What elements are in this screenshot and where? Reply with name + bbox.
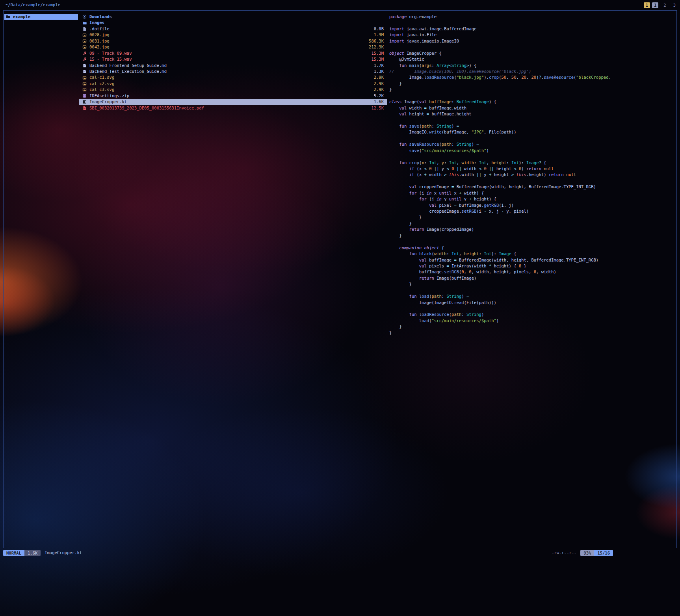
code-line: object ImageCropper { bbox=[389, 50, 676, 56]
code-line bbox=[389, 154, 676, 160]
kotlin-icon bbox=[82, 100, 87, 104]
code-line bbox=[389, 306, 676, 312]
file-row[interactable]: .dotfile0.0B bbox=[79, 26, 387, 32]
code-line: import java.io.File bbox=[389, 32, 676, 38]
code-line: buffImage.setRGB(0, 0, width, height, pi… bbox=[389, 269, 676, 275]
code-line bbox=[389, 117, 676, 123]
terminal-screen: ~/Data/example/example 1 123 example Dow… bbox=[0, 0, 680, 616]
code-line: return Image(buffImage) bbox=[389, 275, 676, 281]
header-bar: ~/Data/example/example 1 123 bbox=[3, 0, 678, 10]
status-bar: NORMAL 1.6K ImageCropper.kt -rw-r--r-- 9… bbox=[3, 550, 677, 556]
code-line: fun saveResource(path: String) = bbox=[389, 141, 676, 147]
code-line: @JvmStatic bbox=[389, 56, 676, 62]
file-row[interactable]: 0042.jpg212.9K bbox=[79, 44, 387, 50]
image-icon bbox=[82, 45, 87, 49]
code-line: } bbox=[389, 221, 676, 226]
code-line: } bbox=[389, 81, 676, 87]
code-line: fun main(args: Array<String>) { bbox=[389, 63, 676, 69]
code-line: val pixel = buffImage.getRGB(i, j) bbox=[389, 202, 676, 208]
code-line bbox=[389, 20, 676, 26]
parent-pane[interactable]: example bbox=[4, 11, 79, 548]
manager-panes: example Downloads Images .dotfile0.0B 00… bbox=[3, 10, 677, 548]
archive-icon bbox=[82, 94, 87, 98]
code-line: fun loadResource(path: String) = bbox=[389, 312, 676, 317]
file-row[interactable]: Images bbox=[79, 20, 387, 26]
image-icon bbox=[82, 33, 87, 37]
tab[interactable]: 1 bbox=[652, 2, 658, 8]
code-line: for (i in x until x + width) { bbox=[389, 190, 676, 196]
tab-list: 123 bbox=[652, 2, 678, 8]
file-row[interactable]: Downloads bbox=[79, 14, 387, 20]
file-row[interactable]: 0028.jpg1.3M bbox=[79, 32, 387, 38]
status-right-group: -rw-r--r-- 93% 15/16 bbox=[552, 550, 613, 556]
file-row[interactable]: Backend_Test_Execution_Guide.md1.3K bbox=[79, 69, 387, 74]
code-line: val pixels = IntArray(width * height) { … bbox=[389, 263, 676, 269]
code-line: val croppedImage = BufferedImage(width, … bbox=[389, 184, 676, 190]
code-line: load("src/main/resources/$path") bbox=[389, 318, 676, 324]
cursor-position-badge: 15/16 bbox=[594, 550, 613, 556]
mode-badge: NORMAL bbox=[3, 550, 24, 556]
code-line: fun load(path: String) = bbox=[389, 293, 676, 299]
file-row[interactable]: ImageCropper.kt1.6K bbox=[79, 99, 387, 105]
image-icon bbox=[82, 76, 87, 80]
file-list-pane[interactable]: Downloads Images .dotfile0.0B 0028.jpg1.… bbox=[79, 11, 387, 548]
code-line: } bbox=[389, 87, 676, 93]
image-icon bbox=[82, 87, 87, 92]
breadcrumb: ~/Data/example/example bbox=[3, 2, 60, 8]
markdown-icon bbox=[82, 63, 87, 68]
file-row[interactable]: IDEAsettings.zip5.2K bbox=[79, 93, 387, 99]
task-count-badge: 1 bbox=[644, 2, 650, 8]
tab[interactable]: 3 bbox=[671, 2, 678, 8]
file-row[interactable]: 09 - Track 09.wav15.3M bbox=[79, 50, 387, 56]
pdf-icon bbox=[82, 106, 87, 110]
code-line: val width = buffImage.width bbox=[389, 105, 676, 111]
image-icon bbox=[82, 39, 87, 43]
audio-icon bbox=[82, 51, 87, 56]
code-line bbox=[389, 93, 676, 99]
file-icon bbox=[82, 27, 87, 31]
code-line: companion object { bbox=[389, 245, 676, 251]
file-row[interactable]: 0031.jpg586.3K bbox=[79, 38, 387, 44]
file-size-badge: 1.6K bbox=[24, 550, 41, 556]
code-line bbox=[389, 239, 676, 245]
tab-bar: 1 123 bbox=[644, 2, 678, 8]
file-row[interactable]: 15 - Track 15.wav15.3M bbox=[79, 56, 387, 62]
code-line: } bbox=[389, 281, 676, 287]
code-line: for (j in y until y + height) { bbox=[389, 196, 676, 202]
code-line bbox=[389, 44, 676, 50]
file-row[interactable]: cal-c2.svg2.9K bbox=[79, 81, 387, 87]
code-line bbox=[389, 288, 676, 293]
code-line: import javax.imageio.ImageIO bbox=[389, 38, 676, 44]
folder-icon bbox=[6, 15, 10, 19]
markdown-icon bbox=[82, 69, 87, 74]
permissions-text: -rw-r--r-- bbox=[552, 550, 576, 556]
code-line: } bbox=[389, 233, 676, 239]
code-line bbox=[389, 178, 676, 184]
code-line: fun crop(x: Int, y: Int, width: Int, hei… bbox=[389, 160, 676, 166]
folder-icon bbox=[82, 21, 87, 25]
code-line: Image(ImageIO.read(File(path))) bbox=[389, 300, 676, 306]
status-filename: ImageCropper.kt bbox=[45, 550, 82, 556]
code-line: import java.awt.image.BufferedImage bbox=[389, 26, 676, 32]
code-line: } bbox=[389, 330, 676, 336]
code-line: class Image(val buffImage: BufferedImage… bbox=[389, 99, 676, 105]
code-line: croppedImage.setRGB(i - x, j - y, pixel) bbox=[389, 208, 676, 214]
code-line: save("src/main/resources/$path") bbox=[389, 148, 676, 154]
code-line: if (x < 0 || y < 0 || width < 0 || heigh… bbox=[389, 166, 676, 172]
code-line: // Image.black(100, 100).saveResource("b… bbox=[389, 69, 676, 74]
code-line: Image.loadResource("black.jpg").crop(50,… bbox=[389, 74, 676, 80]
code-line: ImageIO.write(buffImage, "JPG", File(pat… bbox=[389, 129, 676, 135]
code-line bbox=[389, 135, 676, 141]
scroll-percent-badge: 93% bbox=[580, 550, 594, 556]
file-row[interactable]: cal-c3.svg2.9K bbox=[79, 87, 387, 93]
code-line: val buffImage = BufferedImage(width, hei… bbox=[389, 257, 676, 263]
file-row[interactable]: cal-c1.svg2.9K bbox=[79, 74, 387, 80]
file-row[interactable]: SBI_0032013739_2023_DE05_0003155631Invoi… bbox=[79, 105, 387, 111]
image-icon bbox=[82, 82, 87, 86]
code-line: fun save(path: String) = bbox=[389, 123, 676, 129]
tab[interactable]: 2 bbox=[661, 2, 668, 8]
code-line: } bbox=[389, 214, 676, 220]
preview-pane[interactable]: package org.exampleimport java.awt.image… bbox=[387, 11, 676, 548]
file-row[interactable]: Backend_Frontend_Setup_Guide.md1.7K bbox=[79, 63, 387, 69]
parent-dir-item[interactable]: example bbox=[4, 14, 78, 20]
